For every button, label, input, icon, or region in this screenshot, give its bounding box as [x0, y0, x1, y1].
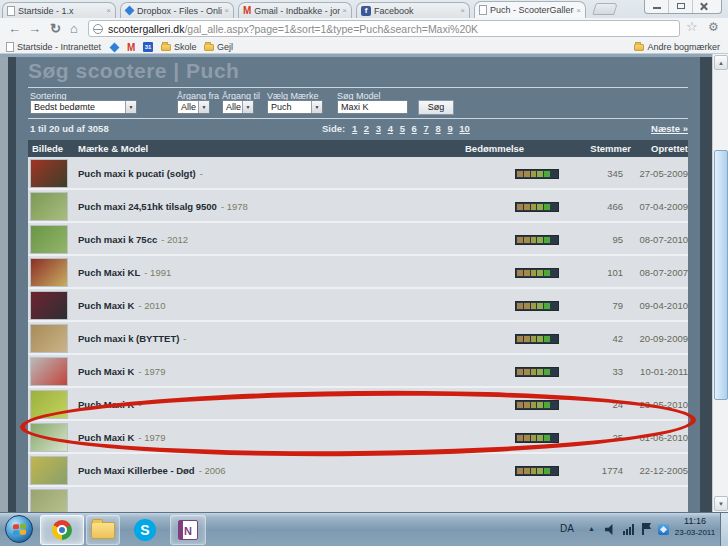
rating-bar	[515, 466, 559, 476]
bookmark-gmail[interactable]: M	[127, 41, 135, 53]
other-bookmarks-button[interactable]: Andre bogmærker	[634, 41, 720, 53]
tab-facebook[interactable]: f Facebook ×	[356, 2, 470, 18]
taskbar-skype-button[interactable]: S	[130, 515, 160, 545]
folder-icon	[91, 522, 115, 539]
chevron-down-icon[interactable]: ▼	[198, 101, 209, 113]
table-row[interactable]: Puch Maxi K- 2010 79 09-04-2010	[28, 289, 688, 322]
taskbar-chrome-button[interactable]	[40, 515, 84, 545]
globe-icon	[93, 24, 103, 34]
page-link-4[interactable]: 4	[388, 123, 393, 134]
page-link-7[interactable]: 7	[424, 123, 429, 134]
chevron-down-icon[interactable]: ▼	[242, 101, 253, 113]
brand-select[interactable]: Puch ▼	[267, 100, 323, 114]
bookmark-star-icon[interactable]: ☆	[686, 19, 698, 34]
chevron-down-icon[interactable]: ▼	[311, 101, 322, 113]
table-row[interactable]: Puch maxi k 75cc- 2012 95 08-07-2010	[28, 223, 688, 256]
model-year: -	[139, 399, 142, 410]
network-signal-icon[interactable]	[623, 524, 634, 535]
scooter-thumbnail[interactable]	[30, 225, 68, 254]
home-button[interactable]: ⌂	[70, 19, 78, 39]
page-link-6[interactable]: 6	[412, 123, 417, 134]
scroll-up-icon[interactable]: ▲	[714, 55, 728, 70]
page-link-5[interactable]: 5	[400, 123, 405, 134]
language-indicator[interactable]: DA	[560, 523, 574, 534]
tab-close-icon[interactable]: ×	[460, 6, 465, 15]
wrench-menu-icon[interactable]: ⚙	[708, 20, 719, 34]
browser-toolbar: ← → ↻ ⌂ scootergalleri.dk/gal_alle.aspx?…	[0, 18, 728, 40]
scooter-thumbnail[interactable]	[30, 192, 68, 221]
dropbox-tray-icon[interactable]	[658, 524, 669, 535]
bookmark-folder-skole[interactable]: Skole	[161, 41, 197, 53]
year-from-select[interactable]: Alle ▼	[177, 100, 210, 114]
scooter-thumbnail[interactable]	[30, 456, 68, 485]
restore-button[interactable]	[669, 0, 693, 13]
created-date: 22-12-2005	[628, 454, 688, 487]
scroll-down-icon[interactable]: ▼	[714, 496, 728, 511]
scrollbar-thumb[interactable]	[714, 150, 728, 400]
tray-chevron-icon[interactable]: ▲	[588, 525, 595, 532]
page-link-1[interactable]: 1	[352, 123, 357, 134]
speaker-icon[interactable]	[605, 524, 617, 535]
close-button[interactable]	[693, 0, 721, 13]
page-link-2[interactable]: 2	[364, 123, 369, 134]
search-button[interactable]: Søg	[418, 100, 454, 115]
tab-puch-active[interactable]: Puch - ScooterGalleri.d... ×	[474, 1, 586, 18]
bookmark-folder-gejl[interactable]: Gejl	[204, 41, 233, 53]
table-row[interactable]: Puch Maxi K- 1979 33 10-01-2011	[28, 355, 688, 388]
taskbar-onenote-button[interactable]: N	[170, 515, 206, 545]
model-search-input[interactable]: Maxi K	[337, 100, 408, 114]
scooter-thumbnail[interactable]	[30, 489, 68, 512]
calendar-icon: 31	[143, 42, 153, 52]
year-to-select[interactable]: Alle ▼	[222, 100, 254, 114]
bookmark-startside[interactable]: Startside - Intranettet	[6, 41, 101, 53]
sort-select[interactable]: Bedst bedømte ▼	[30, 100, 137, 114]
minimize-button[interactable]	[645, 0, 669, 13]
tab-close-icon[interactable]: ×	[576, 6, 581, 15]
action-center-flag-icon[interactable]	[642, 523, 652, 535]
tab-close-icon[interactable]: ×	[106, 6, 111, 15]
skype-icon: S	[134, 519, 156, 541]
back-button[interactable]: ←	[8, 19, 21, 39]
scooter-thumbnail[interactable]	[30, 258, 68, 287]
scooter-thumbnail[interactable]	[30, 324, 68, 353]
new-tab-button[interactable]	[592, 3, 618, 15]
page-link-10[interactable]: 10	[459, 123, 470, 134]
table-row-partial[interactable]	[28, 487, 688, 512]
clock[interactable]: 11:16 23-03-2011	[672, 516, 718, 537]
tab-dropbox[interactable]: Dropbox - Files - Onlin... ×	[120, 2, 234, 18]
tab-gmail[interactable]: M Gmail - Indbakke - jona... ×	[238, 2, 352, 18]
col-created: Oprettet	[632, 143, 688, 154]
table-row[interactable]: Puch Maxi KL- 1991 101 08-07-2007	[28, 256, 688, 289]
browser-window-top: Startside - 1.x × Dropbox - Files - Onli…	[0, 0, 728, 54]
page-link-8[interactable]: 8	[435, 123, 440, 134]
bookmark-calendar[interactable]: 31	[143, 41, 153, 53]
scooter-thumbnail[interactable]	[30, 159, 68, 188]
scrollbar[interactable]: ▲ ▼	[712, 54, 728, 512]
chevron-down-icon[interactable]: ▼	[125, 101, 136, 113]
page-link-3[interactable]: 3	[376, 123, 381, 134]
forward-button[interactable]: →	[28, 19, 41, 39]
table-row[interactable]: Puch maxi k pucati (solgt)- 345 27-05-20…	[28, 157, 688, 190]
next-page-link[interactable]: Næste »	[651, 123, 688, 134]
reload-button[interactable]: ↻	[50, 19, 61, 39]
bookmark-dropbox[interactable]	[110, 41, 119, 53]
table-row[interactable]: Puch Maxi K- 1979 25 01-06-2010	[28, 421, 688, 454]
taskbar-explorer-button[interactable]	[86, 515, 120, 545]
votes-count: 95	[563, 223, 623, 256]
page-link-9[interactable]: 9	[447, 123, 452, 134]
tab-startside[interactable]: Startside - 1.x ×	[2, 2, 116, 18]
onenote-icon: N	[178, 520, 198, 540]
scooter-thumbnail[interactable]	[30, 357, 68, 386]
table-row[interactable]: Puch maxi 24,51hk tilsalg 9500- 1978 466…	[28, 190, 688, 223]
start-button[interactable]	[5, 515, 33, 543]
scooter-thumbnail[interactable]	[30, 423, 68, 452]
scooter-thumbnail[interactable]	[30, 291, 68, 320]
table-row[interactable]: Puch Maxi Killerbee - Død- 2006 1774 22-…	[28, 454, 688, 487]
address-bar[interactable]: scootergalleri.dk/gal_alle.aspx?page=1&s…	[88, 20, 680, 37]
table-row-highlighted[interactable]: Puch Maxi K- 24 23-05-2010	[28, 388, 688, 421]
table-row[interactable]: Puch maxi k (BYTTET)- 42 20-09-2009	[28, 322, 688, 355]
scooter-thumbnail[interactable]	[30, 390, 68, 419]
tab-close-icon[interactable]: ×	[224, 6, 229, 15]
show-desktop-button[interactable]	[720, 513, 728, 546]
tab-close-icon[interactable]: ×	[342, 6, 347, 15]
